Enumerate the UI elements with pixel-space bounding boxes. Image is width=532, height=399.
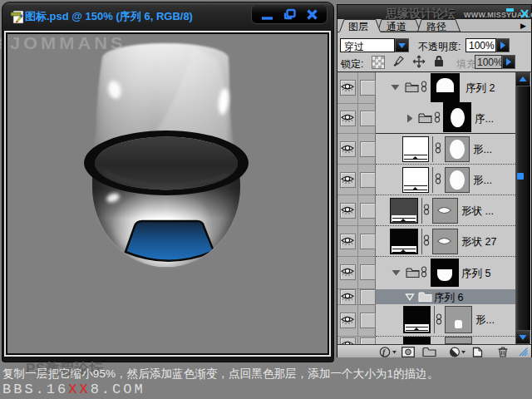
svg-text:f: f <box>382 347 387 357</box>
